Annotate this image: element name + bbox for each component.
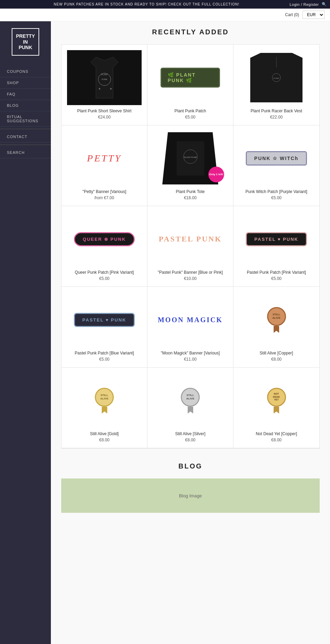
product-title: Still Alive [Gold] (90, 431, 119, 436)
product-price: €5.00 (271, 195, 282, 200)
product-title: Punk Witch Patch [Purple Variant] (245, 189, 307, 194)
product-price: €5.00 (185, 115, 195, 120)
svg-text:★: ★ (98, 87, 101, 90)
main-content: RECENTLY ADDED PLANT PUNK (51, 21, 330, 644)
product-price: €8.00 (271, 438, 282, 442)
svg-text:★: ★ (110, 87, 112, 90)
product-card[interactable]: PETTY "Petty" Banner [Various] from €7.0… (62, 125, 147, 206)
product-title: "Moon Magick" Banner [Various] (161, 351, 220, 355)
product-title: Plant Punk Patch (174, 109, 206, 113)
svg-text:PUNK: PUNK (274, 77, 279, 79)
product-title: Pastel Punk Patch [Pink Variant] (247, 270, 306, 275)
search-icon[interactable]: 🔍 (322, 2, 327, 7)
product-price: €24.00 (98, 115, 111, 120)
blog-image: Blog Image (61, 478, 320, 513)
product-card[interactable]: STILLALIVE Still Alive [Gold] €8.00 (62, 368, 147, 448)
product-title: "Pastel Punk" Banner [Blue or Pink] (158, 270, 223, 275)
product-card[interactable]: MOON MAGICK "Moon Magick" Banner [Variou… (147, 287, 233, 368)
product-title: Still Alive [Copper] (260, 351, 293, 355)
sidebar-item-ritual[interactable]: RITUAL SUGGESTIONS (0, 111, 51, 127)
product-price: €5.00 (99, 276, 109, 281)
product-card[interactable]: NOTDEADYET Not Dead Yet [Copper] €8.00 (233, 368, 319, 448)
product-price: €5.00 (271, 276, 282, 281)
product-card[interactable]: 🌿 PLANT PUNK 🌿 Plant Punk Patch €5.00 (147, 45, 233, 125)
product-title: Plant Punk Racer Back Vest (251, 109, 302, 113)
product-price: €8.00 (185, 438, 195, 442)
svg-marker-14 (274, 326, 279, 333)
product-title: Still Alive [Silver] (175, 431, 205, 436)
top-banner: NEW PUNK PATCHES ARE IN STOCK AND READY … (0, 0, 330, 9)
header-row: Cart (0) EUR USD GBP (0, 9, 330, 21)
svg-text:PUNK: PUNK (101, 78, 107, 80)
product-title: Plant Punk Tote (176, 189, 205, 194)
sidebar-item-search[interactable]: SEARCH (0, 147, 51, 158)
product-card[interactable]: QUEER ⊗ PUNK Queer Punk Patch [Pink Vari… (62, 206, 147, 287)
product-price: €8.00 (271, 357, 282, 362)
svg-text:PLANT PUNK: PLANT PUNK (184, 156, 197, 158)
recently-added-title: RECENTLY ADDED (61, 28, 320, 36)
product-card[interactable]: PASTEL ♥ PUNK Pastel Punk Patch [Blue Va… (62, 287, 147, 368)
product-card[interactable]: PUNK Plant Punk Racer Back Vest €22.00 (233, 45, 319, 125)
cart-label[interactable]: Cart (0) (285, 12, 299, 17)
product-card[interactable]: STILLALIVE Still Alive [Silver] €8.00 (147, 368, 233, 448)
product-card[interactable]: PASTEL ♥ PUNK Pastel Punk Patch [Pink Va… (233, 206, 319, 287)
product-title: Queer Punk Patch [Pink Variant] (75, 270, 134, 275)
product-card[interactable]: PUNK ☆ WITCh Punk Witch Patch [Purple Va… (233, 125, 319, 206)
product-price: €18.00 (184, 195, 197, 200)
sidebar-item-shop[interactable]: SHOP (0, 77, 51, 89)
product-title: Pastel Punk Patch [Blue Variant] (75, 351, 134, 355)
product-price: €8.00 (99, 438, 109, 442)
product-card[interactable]: PLANT PUNK Only 1 left! Plant Punk Tote … (147, 125, 233, 206)
svg-text:PLANT: PLANT (101, 74, 108, 76)
product-card[interactable]: STILLALIVE Still Alive [Copper] €8.00 (233, 287, 319, 368)
sidebar: PRETTY IN PUNK COUPONS SHOP FAQ BLOG RIT… (0, 21, 51, 644)
product-price: €5.00 (99, 357, 109, 362)
product-card[interactable]: PASTEL PUNK "Pastel Punk" Banner [Blue o… (147, 206, 233, 287)
banner-text: NEW PUNK PATCHES ARE IN STOCK AND READY … (3, 2, 289, 6)
sidebar-item-coupons[interactable]: COUPONS (0, 66, 51, 77)
product-title: "Petty" Banner [Various] (82, 189, 126, 194)
logo[interactable]: PRETTY IN PUNK (12, 28, 39, 56)
sidebar-nav: COUPONS SHOP FAQ BLOG RITUAL SUGGESTIONS… (0, 66, 51, 158)
blog-title: BLOG (61, 462, 320, 470)
product-title: Plant Punk Short Sleeve Shirt (77, 109, 131, 113)
product-grid: PLANT PUNK ★ ★ Plant Punk Short Sleeve S… (61, 44, 320, 449)
product-price: €10.00 (184, 276, 197, 281)
product-card[interactable]: PLANT PUNK ★ ★ Plant Punk Short Sleeve S… (62, 45, 147, 125)
svg-rect-11 (177, 141, 204, 176)
product-price: €11.00 (184, 357, 197, 362)
product-price: from €7.00 (95, 195, 114, 200)
sidebar-item-contact[interactable]: CONTACT (0, 131, 51, 143)
sidebar-item-faq[interactable]: FAQ (0, 89, 51, 100)
auth-links[interactable]: Login / Register (289, 2, 319, 7)
product-price: €22.00 (270, 115, 283, 120)
svg-marker-15 (102, 407, 107, 414)
currency-select[interactable]: EUR USD GBP (302, 11, 324, 19)
sidebar-item-blog[interactable]: BLOG (0, 100, 51, 111)
blog-section: BLOG Blog Image (61, 462, 320, 513)
svg-text:Blog Image: Blog Image (179, 493, 202, 498)
svg-marker-16 (188, 407, 193, 414)
svg-marker-17 (274, 407, 279, 414)
product-title: Not Dead Yet [Copper] (256, 431, 297, 436)
